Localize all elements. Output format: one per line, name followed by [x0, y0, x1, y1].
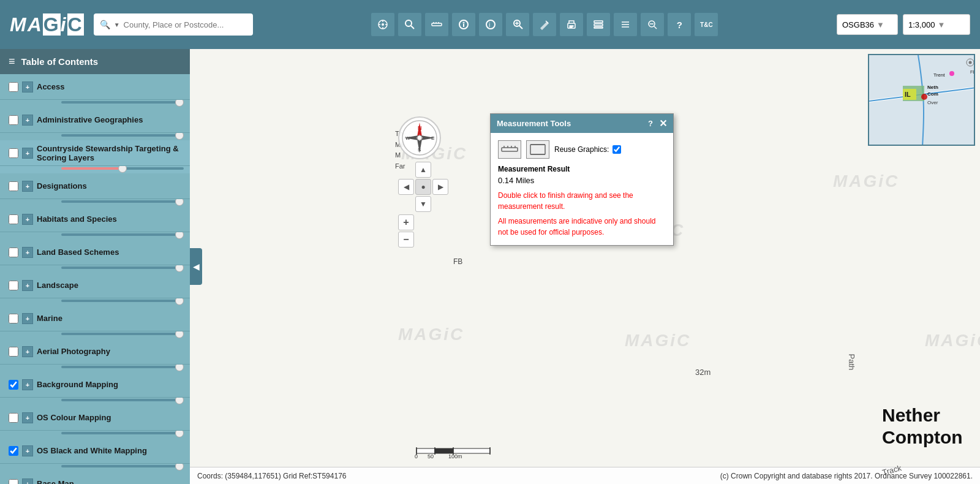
layer-expand-admin-geo[interactable]: +	[22, 115, 33, 126]
coord-bar: Coords: (359484,117651) Grid Ref:ST59417…	[190, 467, 980, 484]
layer-label-habitats: Habitats and Species	[37, 214, 184, 224]
list-button[interactable]	[613, 12, 638, 37]
layer-checkbox-os-colour[interactable]	[9, 413, 18, 423]
measure-distance-button[interactable]	[498, 140, 521, 159]
pan-right-button[interactable]: ▶	[432, 179, 448, 195]
measure-area-button[interactable]	[526, 140, 549, 159]
layer-slider-row-bg	[0, 398, 190, 405]
layer-expand-aerial[interactable]: +	[22, 346, 33, 357]
measurement-help-button[interactable]: ?	[648, 119, 653, 128]
layer-checkbox-landscape[interactable]	[9, 281, 18, 290]
svg-point-105	[949, 71, 954, 76]
main-layout: ≡ Table of Contents + Access + Administr…	[0, 49, 980, 484]
svg-text:N: N	[418, 125, 422, 131]
coordinates-text: Coords: (359484,117651) Grid Ref:ST59417…	[197, 472, 347, 480]
header: MAGiC 🔍 ▼ i	[0, 0, 980, 49]
layer-slider-background[interactable]	[61, 399, 184, 401]
layer-checkbox-habitats[interactable]	[9, 214, 18, 224]
navigation-controls: N S W E ▲ ◀ ● ▶ ▼	[398, 116, 448, 248]
svg-line-18	[519, 26, 522, 29]
layer-expand-habitats[interactable]: +	[22, 214, 33, 225]
mini-map[interactable]: IL Neth Com Over Trent FB	[868, 54, 975, 146]
tc-button[interactable]: T&C	[694, 12, 718, 37]
layer-slider-row-osc	[0, 431, 190, 438]
search-button[interactable]	[398, 12, 422, 37]
coord-system-select[interactable]: OSGB36 ▼	[837, 14, 898, 35]
layer-checkbox-background[interactable]	[9, 380, 18, 390]
layer-expand-marine[interactable]: +	[22, 313, 33, 324]
draw-button[interactable]	[532, 12, 557, 37]
zoom-out-button[interactable]: −	[398, 232, 414, 248]
info-button[interactable]: i	[478, 12, 503, 37]
layer-slider-access[interactable]	[61, 101, 184, 104]
measure-label-32m: 32m	[695, 368, 710, 377]
layer-expand-access[interactable]: +	[22, 81, 33, 93]
svg-rect-23	[570, 26, 573, 26]
identify-button[interactable]	[451, 12, 476, 37]
reuse-graphics-checkbox[interactable]	[612, 145, 621, 154]
measurement-close-button[interactable]: ✕	[659, 118, 667, 129]
svg-point-84	[417, 135, 422, 140]
pan-left-button[interactable]: ◀	[398, 179, 414, 195]
instruction-text: Double click to finish drawing and see t…	[498, 190, 666, 212]
svg-line-32	[654, 26, 657, 29]
map-tools-button[interactable]	[371, 12, 395, 37]
layer-checkbox-base-map[interactable]	[9, 479, 18, 485]
layer-slider-habitats[interactable]	[61, 233, 184, 236]
layers-button[interactable]	[586, 12, 611, 37]
print-button[interactable]	[559, 12, 584, 37]
layer-label-designations: Designations	[37, 181, 184, 191]
layer-item-designations: + Designations	[0, 173, 190, 199]
search2-button[interactable]	[640, 12, 665, 37]
svg-rect-111	[435, 448, 453, 453]
layer-expand-os-colour[interactable]: +	[22, 412, 33, 423]
layer-expand-landscape[interactable]: +	[22, 280, 33, 291]
app-logo[interactable]: MAGiC	[10, 13, 84, 36]
sidebar-toggle[interactable]: ◀	[190, 248, 202, 285]
svg-rect-25	[594, 21, 603, 23]
layer-expand-land-schemes[interactable]: +	[22, 247, 33, 258]
help-button[interactable]: ?	[667, 12, 692, 37]
layer-slider-marine[interactable]	[61, 333, 184, 335]
layer-slider-admin-geo[interactable]	[61, 134, 184, 137]
layer-checkbox-designations[interactable]	[9, 181, 18, 191]
zoom-in-button[interactable]: +	[398, 214, 414, 230]
layer-label-os-bw: OS Black and White Mapping	[37, 446, 184, 455]
map-area[interactable]: MAGiC MAGiC MAGiC MAGiC MAGiC MAGiC Neth…	[190, 49, 980, 484]
layer-checkbox-land-schemes[interactable]	[9, 248, 18, 257]
measure-button[interactable]	[424, 12, 449, 37]
layer-expand-cs-targeting[interactable]: +	[22, 148, 33, 159]
layer-slider-row-marine	[0, 331, 190, 339]
layer-checkbox-marine[interactable]	[9, 314, 18, 323]
layer-expand-base-map[interactable]: +	[22, 478, 33, 485]
layer-checkbox-access[interactable]	[9, 82, 18, 92]
layer-slider-os-bw[interactable]	[61, 465, 184, 467]
pan-center-button[interactable]: ●	[415, 179, 431, 195]
layer-slider-landscape[interactable]	[61, 300, 184, 302]
svg-rect-112	[453, 448, 490, 453]
layer-item-land-schemes: + Land Based Schemes	[0, 240, 190, 265]
scale-bar: 0 50 100m	[398, 441, 508, 462]
layer-expand-background[interactable]: +	[22, 379, 33, 390]
layer-checkbox-os-bw[interactable]	[9, 446, 18, 456]
svg-point-6	[405, 20, 412, 26]
search-dropdown-arrow[interactable]: ▼	[114, 21, 120, 28]
layer-checkbox-cs-targeting[interactable]	[9, 148, 18, 158]
layer-slider-cs-targeting[interactable]	[61, 167, 184, 170]
layer-slider-land-schemes[interactable]	[61, 267, 184, 269]
search-input[interactable]	[124, 20, 247, 29]
query-button[interactable]	[505, 12, 530, 37]
layer-checkbox-admin-geo[interactable]	[9, 115, 18, 125]
scale-select[interactable]: 1:3,000 ▼	[903, 14, 970, 35]
toolbar-center: i ? T&C	[263, 12, 827, 37]
pan-down-button[interactable]: ▼	[415, 196, 431, 212]
layer-label-background: Background Mapping	[37, 380, 184, 389]
pan-up-button[interactable]: ▲	[415, 162, 431, 178]
layer-slider-aerial[interactable]	[61, 366, 184, 368]
layer-slider-designations[interactable]	[61, 200, 184, 203]
layer-expand-designations[interactable]: +	[22, 181, 33, 192]
layer-slider-os-colour[interactable]	[61, 432, 184, 434]
layer-checkbox-aerial[interactable]	[9, 347, 18, 357]
layer-expand-os-bw[interactable]: +	[22, 445, 33, 456]
layer-label-access: Access	[37, 82, 184, 91]
